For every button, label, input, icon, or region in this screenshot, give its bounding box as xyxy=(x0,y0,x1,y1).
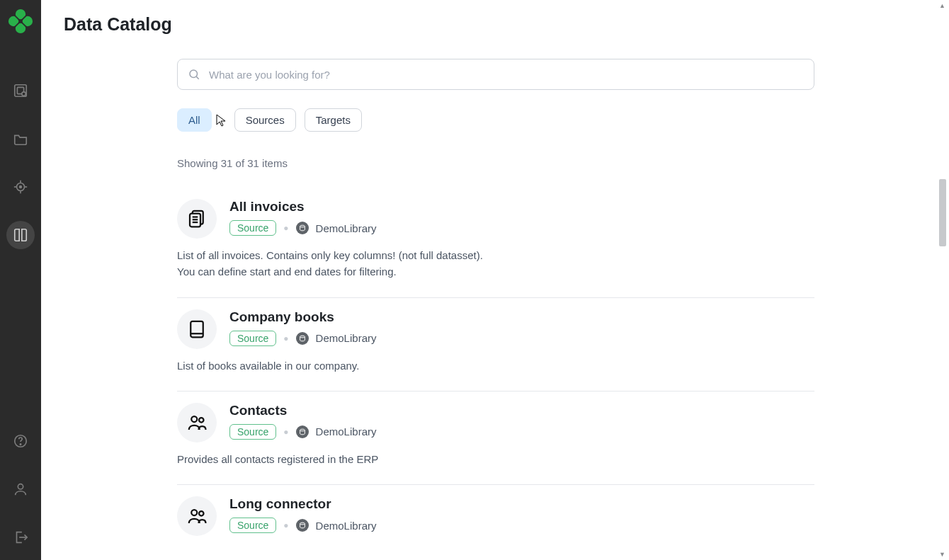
database-icon xyxy=(296,425,309,438)
svg-point-29 xyxy=(191,416,197,422)
svg-rect-26 xyxy=(191,321,203,337)
document-stack-icon xyxy=(177,199,217,239)
nav-help-icon[interactable] xyxy=(6,427,35,455)
database-icon xyxy=(296,332,309,345)
item-title: Contacts xyxy=(229,403,376,418)
filter-row: All Sources Targets xyxy=(177,108,814,132)
search-icon xyxy=(188,68,200,81)
search-input[interactable] xyxy=(209,69,804,81)
library-name: DemoLibrary xyxy=(316,425,377,438)
cursor-icon xyxy=(216,114,226,127)
book-icon xyxy=(177,309,217,349)
nav-logout-icon[interactable] xyxy=(6,523,35,552)
source-badge: Source xyxy=(229,518,276,533)
item-title: All invoices xyxy=(229,199,376,215)
nav-catalog-icon[interactable] xyxy=(6,221,35,249)
database-icon xyxy=(296,222,309,234)
svg-point-25 xyxy=(300,225,305,227)
people-icon xyxy=(177,496,217,536)
svg-point-17 xyxy=(18,484,23,489)
svg-point-16 xyxy=(20,444,21,445)
source-badge: Source xyxy=(229,424,276,440)
nav-user-icon[interactable] xyxy=(6,475,35,503)
scroll-down-icon[interactable]: ▼ xyxy=(939,551,945,558)
scrollbar[interactable]: ▲ ▼ xyxy=(938,0,948,560)
scroll-thumb[interactable] xyxy=(939,179,946,246)
list-item[interactable]: Company books Source ● DemoLibrary List … xyxy=(177,298,814,392)
svg-point-10 xyxy=(20,186,22,188)
results-count: Showing 31 of 31 items xyxy=(177,157,814,169)
svg-line-19 xyxy=(196,76,198,79)
svg-point-30 xyxy=(199,418,204,423)
nav-folder-icon[interactable] xyxy=(6,125,35,153)
main-area: Data Catalog All Sources Targets Showing… xyxy=(41,0,949,560)
svg-point-33 xyxy=(199,511,204,516)
svg-point-8 xyxy=(22,92,26,96)
nav-target-icon[interactable] xyxy=(6,173,35,201)
list-item[interactable]: All invoices Source ● DemoLibrary List o… xyxy=(177,188,814,298)
database-icon xyxy=(296,519,309,532)
app-logo[interactable] xyxy=(8,8,33,34)
filter-chip-all[interactable]: All xyxy=(177,108,212,132)
sidebar xyxy=(0,0,41,560)
item-title: Long connector xyxy=(229,496,376,512)
library-name: DemoLibrary xyxy=(316,222,377,234)
source-badge: Source xyxy=(229,331,276,346)
page-title: Data Catalog xyxy=(64,14,921,35)
list-item[interactable]: Long connector Source ● DemoLibrary xyxy=(177,485,814,553)
nav-pipelines-icon[interactable] xyxy=(6,76,35,105)
source-badge: Source xyxy=(229,220,276,236)
library-name: DemoLibrary xyxy=(316,520,377,532)
item-description: Provides all contacts registered in the … xyxy=(177,451,814,467)
search-input-wrap[interactable] xyxy=(177,59,814,90)
item-description: List of books available in our company. xyxy=(177,358,814,374)
item-title: Company books xyxy=(229,309,376,325)
scroll-up-icon[interactable]: ▲ xyxy=(939,2,945,9)
svg-point-34 xyxy=(300,522,305,525)
filter-chip-sources[interactable]: Sources xyxy=(234,108,296,132)
item-description: List of all invoices. Contains only key … xyxy=(177,247,814,280)
svg-point-32 xyxy=(191,510,197,515)
results-list: All invoices Source ● DemoLibrary List o… xyxy=(177,188,814,553)
library-name: DemoLibrary xyxy=(316,332,377,344)
list-item[interactable]: Contacts Source ● DemoLibrary Provides a… xyxy=(177,392,814,485)
svg-point-18 xyxy=(190,70,198,78)
svg-point-28 xyxy=(300,336,305,338)
filter-chip-targets[interactable]: Targets xyxy=(305,108,362,132)
people-icon xyxy=(177,403,217,442)
svg-point-31 xyxy=(300,429,305,431)
